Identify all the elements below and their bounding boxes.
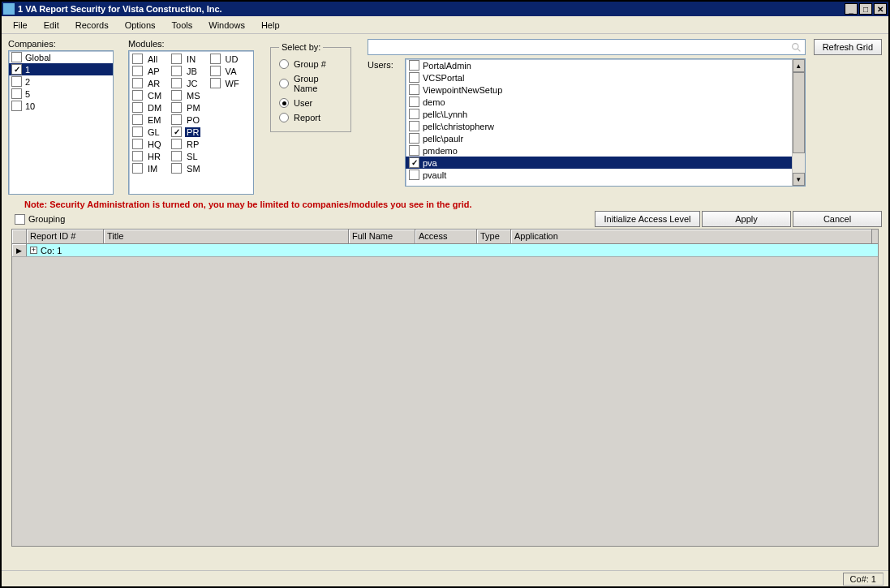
module-item[interactable]: VA bbox=[210, 65, 241, 77]
users-scrollbar[interactable]: ▲ ▼ bbox=[792, 59, 805, 186]
module-checkbox[interactable] bbox=[132, 90, 143, 101]
module-checkbox[interactable] bbox=[171, 139, 182, 149]
company-checkbox[interactable] bbox=[11, 64, 22, 75]
refresh-grid-button[interactable]: Refresh Grid bbox=[814, 39, 882, 55]
module-item[interactable]: DM bbox=[132, 101, 163, 114]
menu-help[interactable]: Help bbox=[253, 19, 288, 32]
module-item[interactable]: SM bbox=[171, 162, 202, 174]
company-checkbox[interactable] bbox=[11, 88, 22, 99]
module-checkbox[interactable] bbox=[171, 102, 182, 113]
modules-list[interactable]: AllAPARCMDMEMGLHQHRIM INJBJCMSPMPOPRRPSL… bbox=[128, 50, 254, 195]
user-item[interactable]: pellc\Lynnh bbox=[406, 108, 792, 120]
module-checkbox[interactable] bbox=[132, 151, 143, 161]
user-checkbox[interactable] bbox=[409, 145, 419, 156]
module-item[interactable]: PR bbox=[171, 126, 202, 138]
module-checkbox[interactable] bbox=[132, 127, 143, 137]
scroll-down-button[interactable]: ▼ bbox=[793, 173, 805, 186]
user-item[interactable]: pva bbox=[406, 157, 792, 169]
module-checkbox[interactable] bbox=[132, 102, 143, 113]
company-item[interactable]: Global bbox=[9, 51, 113, 63]
module-item[interactable]: All bbox=[132, 53, 163, 65]
grid-column-header[interactable]: Type bbox=[477, 230, 511, 243]
companies-list[interactable]: Global12510 bbox=[8, 50, 114, 195]
company-checkbox[interactable] bbox=[11, 52, 22, 62]
radio-icon[interactable] bbox=[279, 59, 289, 69]
select-by-option[interactable]: User bbox=[279, 96, 342, 110]
results-grid[interactable]: Report ID #TitleFull NameAccessTypeAppli… bbox=[11, 229, 879, 547]
module-checkbox[interactable] bbox=[210, 66, 221, 76]
company-checkbox[interactable] bbox=[11, 101, 22, 111]
module-checkbox[interactable] bbox=[171, 66, 182, 76]
user-item[interactable]: demo bbox=[406, 96, 792, 108]
company-item[interactable]: 2 bbox=[9, 75, 113, 88]
select-by-option[interactable]: Report bbox=[279, 110, 342, 125]
module-checkbox[interactable] bbox=[171, 78, 182, 88]
module-item[interactable]: HR bbox=[132, 150, 163, 162]
company-item[interactable]: 1 bbox=[9, 63, 113, 75]
menu-options[interactable]: Options bbox=[117, 19, 164, 32]
module-item[interactable]: JB bbox=[171, 65, 202, 77]
grid-column-header[interactable]: Title bbox=[104, 230, 349, 243]
grid-column-header[interactable]: Report ID # bbox=[27, 230, 104, 243]
module-item[interactable]: HQ bbox=[132, 138, 163, 150]
user-checkbox[interactable] bbox=[409, 170, 419, 180]
menu-edit[interactable]: Edit bbox=[36, 19, 67, 32]
radio-icon[interactable] bbox=[279, 113, 289, 122]
user-item[interactable]: VCSPortal bbox=[406, 71, 792, 84]
module-checkbox[interactable] bbox=[210, 54, 221, 64]
module-checkbox[interactable] bbox=[132, 139, 143, 149]
company-item[interactable]: 5 bbox=[9, 88, 113, 100]
module-checkbox[interactable] bbox=[171, 127, 182, 137]
grid-column-header[interactable]: Application bbox=[511, 230, 872, 243]
apply-button[interactable]: Apply bbox=[702, 211, 791, 227]
module-checkbox[interactable] bbox=[171, 114, 182, 125]
scroll-thumb[interactable] bbox=[793, 72, 805, 153]
user-checkbox[interactable] bbox=[409, 133, 419, 144]
user-checkbox[interactable] bbox=[409, 72, 419, 83]
module-item[interactable]: RP bbox=[171, 138, 202, 150]
user-checkbox[interactable] bbox=[409, 97, 419, 107]
module-checkbox[interactable] bbox=[132, 66, 143, 76]
module-item[interactable]: IN bbox=[171, 53, 202, 65]
module-checkbox[interactable] bbox=[171, 163, 182, 174]
users-list[interactable]: PortalAdminVCSPortalViewpointNewSetupdem… bbox=[405, 58, 806, 187]
initialize-access-button[interactable]: Initialize Access Level bbox=[595, 211, 700, 227]
user-item[interactable]: pmdemo bbox=[406, 144, 792, 157]
module-checkbox[interactable] bbox=[132, 54, 143, 64]
user-checkbox[interactable] bbox=[409, 157, 419, 168]
company-checkbox[interactable] bbox=[11, 76, 22, 87]
select-by-option[interactable]: Group # bbox=[279, 57, 342, 71]
radio-icon[interactable] bbox=[279, 79, 289, 88]
module-checkbox[interactable] bbox=[171, 54, 182, 64]
close-button[interactable]: ✕ bbox=[874, 3, 887, 15]
module-item[interactable]: EM bbox=[132, 114, 163, 126]
user-item[interactable]: ViewpointNewSetup bbox=[406, 84, 792, 96]
grid-group-row[interactable]: ▶ + Co: 1 bbox=[12, 244, 878, 257]
module-item[interactable]: PO bbox=[171, 114, 202, 126]
module-item[interactable]: AP bbox=[132, 65, 163, 77]
module-checkbox[interactable] bbox=[132, 78, 143, 88]
grouping-checkbox[interactable]: Grouping bbox=[15, 214, 65, 225]
module-item[interactable]: UD bbox=[210, 53, 241, 65]
module-item[interactable]: WF bbox=[210, 77, 241, 89]
grid-column-header[interactable]: Access bbox=[415, 230, 477, 243]
grouping-check[interactable] bbox=[15, 214, 25, 225]
select-by-option[interactable]: Group Name bbox=[279, 71, 342, 96]
scroll-up-button[interactable]: ▲ bbox=[793, 59, 805, 72]
expand-icon[interactable]: + bbox=[30, 247, 37, 254]
module-item[interactable]: PM bbox=[171, 101, 202, 114]
radio-icon[interactable] bbox=[279, 98, 289, 108]
user-checkbox[interactable] bbox=[409, 109, 419, 119]
module-item[interactable]: CM bbox=[132, 89, 163, 101]
module-item[interactable]: GL bbox=[132, 126, 163, 138]
module-item[interactable]: MS bbox=[171, 89, 202, 101]
module-item[interactable]: IM bbox=[132, 162, 163, 174]
menu-file[interactable]: File bbox=[5, 19, 36, 32]
menu-records[interactable]: Records bbox=[67, 19, 117, 32]
user-item[interactable]: pellc\paulr bbox=[406, 132, 792, 144]
user-checkbox[interactable] bbox=[409, 84, 419, 95]
module-checkbox[interactable] bbox=[171, 151, 182, 161]
module-item[interactable]: AR bbox=[132, 77, 163, 89]
user-item[interactable]: pvault bbox=[406, 169, 792, 181]
cancel-button[interactable]: Cancel bbox=[793, 211, 882, 227]
